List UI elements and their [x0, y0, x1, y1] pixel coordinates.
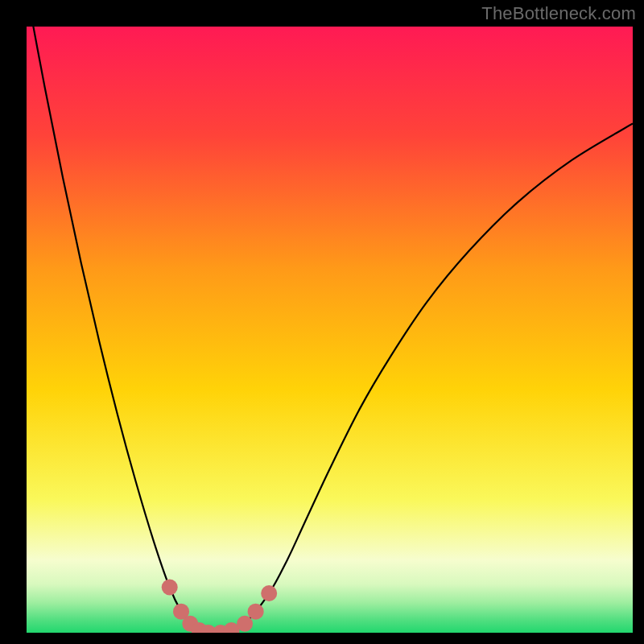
attribution-watermark: TheBottleneck.com: [481, 3, 636, 24]
data-marker: [248, 604, 264, 620]
chart-canvas: [27, 27, 633, 633]
data-marker: [237, 616, 253, 632]
data-marker: [261, 585, 277, 601]
data-marker: [162, 580, 178, 596]
chart-frame: TheBottleneck.com: [0, 0, 644, 644]
gradient-background: [27, 27, 633, 633]
